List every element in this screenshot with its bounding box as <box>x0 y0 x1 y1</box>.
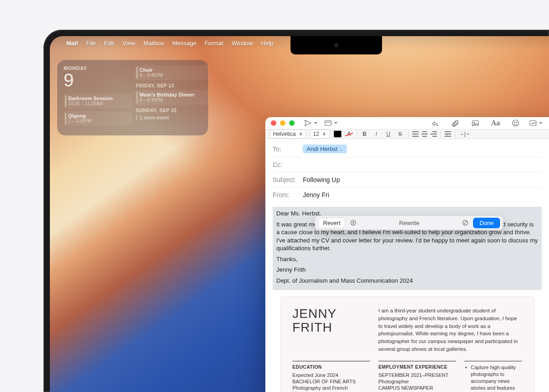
cv-name: JENNY FRITH <box>292 307 370 353</box>
menu-window[interactable]: Window <box>231 40 253 47</box>
done-button[interactable]: Done <box>473 218 500 228</box>
cv-employment: EMPLOYMENT EXPERIENCE SEPTEMBER 2021–PRE… <box>378 361 456 392</box>
event-time: 10:30 – 11:30AM <box>68 101 129 106</box>
widget-event[interactable]: Qigong 2 – 3:30PM <box>64 111 132 126</box>
svg-point-3 <box>512 120 519 126</box>
event-title: Darkroom Session <box>68 96 129 101</box>
cv-bio: I am a third-year student undergraduate … <box>378 307 522 353</box>
widget-more-events[interactable]: 1 more event <box>135 115 209 120</box>
compose-headers: To: Andi Herbst ⌄ Cc: Subject: Following… <box>265 139 549 202</box>
svg-point-5 <box>517 122 517 123</box>
indent-button[interactable]: →| <box>459 131 469 137</box>
media-browser-icon[interactable] <box>528 117 544 129</box>
from-label: From: <box>273 191 299 199</box>
close-button[interactable] <box>271 120 276 126</box>
rewrite-options-icon[interactable] <box>348 218 358 228</box>
email-sig-name: Jenny Frith <box>276 266 538 274</box>
attach-icon[interactable] <box>447 117 463 129</box>
recipient-name: Andi Herbst <box>307 145 338 152</box>
calendar-widget[interactable]: MONDAY 9 Darkroom Session 10:30 – 11:30A… <box>57 60 208 135</box>
italic-button[interactable]: I <box>372 131 381 137</box>
widget-event[interactable]: Mom's Birthday Dinner 6 – 8:30PM <box>135 90 209 105</box>
desktop: Mail File Edit View Mailbox Message Form… <box>50 36 549 392</box>
popover-title: Rewrite <box>361 220 458 226</box>
font-size-select[interactable]: 12 ▲▼ <box>310 129 329 139</box>
align-left-icon[interactable] <box>412 131 419 137</box>
email-thanks: Thanks, <box>276 255 538 263</box>
cc-label: Cc: <box>273 161 299 168</box>
window-controls <box>271 120 295 126</box>
menu-mailbox[interactable]: Mailbox <box>144 40 164 47</box>
menu-format[interactable]: Format <box>205 40 223 47</box>
compose-body[interactable]: Dear Ms. Herbst, It was great meeting fo… <box>265 202 549 392</box>
menu-view[interactable]: View <box>123 40 135 47</box>
camera-dot <box>334 43 338 47</box>
reply-icon[interactable] <box>427 117 443 129</box>
event-time: 8 – 8:45PM <box>140 73 205 78</box>
event-title: Mom's Birthday Dinner <box>140 92 205 97</box>
mail-compose-window: Aa Helvetica ▲▼ 12 ▲▼ A B I U S <box>265 117 549 392</box>
font-family-select[interactable]: Helvetica ▲▼ <box>270 129 306 139</box>
chevron-down-icon[interactable]: ⌄ <box>339 147 343 151</box>
widget-event[interactable]: Choir 8 – 8:45PM <box>135 65 209 80</box>
subject-label: Subject: <box>273 176 299 183</box>
emoji-icon[interactable] <box>508 117 523 129</box>
svg-rect-0 <box>325 121 331 126</box>
cv-education: EDUCATION Expected June 2024 BACHELOR OF… <box>292 361 370 392</box>
widget-date-header: SUNDAY, SEP 15 <box>136 107 209 113</box>
event-title: Qigong <box>68 113 129 118</box>
text-color-swatch[interactable] <box>334 130 342 138</box>
zoom-button[interactable] <box>289 120 295 126</box>
widget-dayname: MONDAY <box>64 65 132 71</box>
cv-bullets: Capture high-quality photographs to acco… <box>464 361 522 392</box>
email-sig-dept: Dept. of Journalism and Mass Communicati… <box>276 277 538 285</box>
cv-attachment[interactable]: JENNY FRITH I am a third-year student un… <box>280 296 534 392</box>
subject-field[interactable]: Following Up <box>303 176 340 183</box>
display-notch <box>291 36 382 54</box>
event-title: Choir <box>140 67 205 73</box>
from-field[interactable]: Jenny Fri <box>303 191 329 199</box>
svg-point-2 <box>474 122 475 124</box>
menu-app[interactable]: Mail <box>66 40 78 47</box>
menu-help[interactable]: Help <box>261 40 274 47</box>
format-bar: Helvetica ▲▼ 12 ▲▼ A B I U S <box>265 129 549 139</box>
cancel-icon[interactable] <box>460 218 470 228</box>
revert-button[interactable]: Revert <box>318 218 345 228</box>
widget-date-header: FRIDAY, SEP 13 <box>136 83 209 88</box>
widget-event[interactable]: Darkroom Session 10:30 – 11:30AM <box>64 94 132 108</box>
align-right-icon[interactable] <box>431 131 437 137</box>
rewrite-popover: Revert Rewrite Done <box>315 215 503 230</box>
laptop-bezel: Mail File Edit View Mailbox Message Form… <box>43 30 549 392</box>
menu-message[interactable]: Message <box>172 40 196 47</box>
font-size-value: 12 <box>313 131 319 137</box>
menu-edit[interactable]: Edit <box>104 40 114 47</box>
window-titlebar[interactable]: Aa <box>265 117 549 129</box>
minimize-button[interactable] <box>280 120 285 126</box>
menu-file[interactable]: File <box>86 40 96 47</box>
photo-icon[interactable] <box>468 117 483 129</box>
event-time: 2 – 3:30PM <box>68 118 129 124</box>
svg-point-4 <box>514 122 515 123</box>
bold-button[interactable]: B <box>361 131 369 137</box>
align-center-icon[interactable] <box>421 131 428 137</box>
clear-style-icon[interactable]: A <box>345 131 353 137</box>
widget-daynum: 9 <box>64 71 132 89</box>
to-label: To: <box>273 145 299 153</box>
font-family-value: Helvetica <box>273 131 296 137</box>
recipient-chip[interactable]: Andi Herbst ⌄ <box>303 145 347 153</box>
list-button[interactable] <box>445 131 451 137</box>
send-button[interactable] <box>303 117 318 129</box>
event-time: 6 – 8:30PM <box>140 97 205 102</box>
header-fields-button[interactable] <box>323 117 339 129</box>
strike-button[interactable]: S <box>396 131 404 137</box>
format-icon[interactable]: Aa <box>488 117 503 129</box>
underline-button[interactable]: U <box>384 131 393 137</box>
